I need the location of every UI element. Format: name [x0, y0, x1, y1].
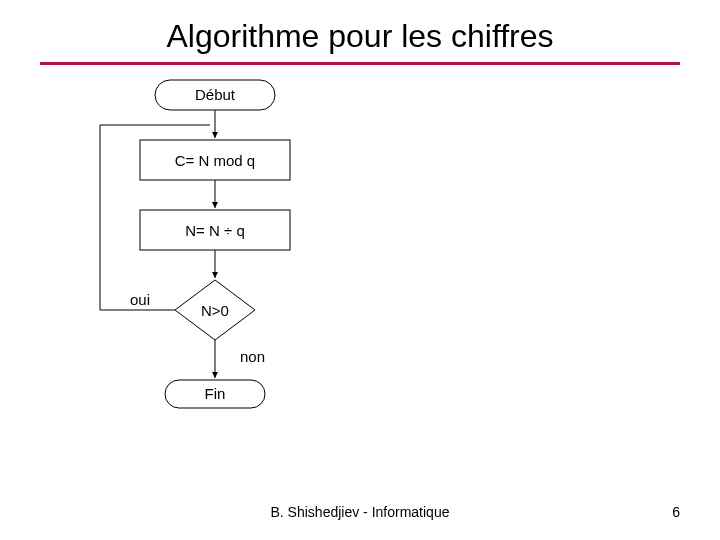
decision-label: N>0: [201, 302, 229, 319]
end-label: Fin: [205, 385, 226, 402]
start-node: Début: [155, 80, 275, 110]
footer-text: B. Shishedjiev - Informatique: [0, 504, 720, 520]
step2-node: N= N ÷ q: [140, 210, 290, 250]
step1-node: C= N mod q: [140, 140, 290, 180]
flowchart: Début C= N mod q N= N ÷ q N>0 oui non Fi…: [0, 0, 720, 540]
step2-label: N= N ÷ q: [185, 222, 245, 239]
step1-label: C= N mod q: [175, 152, 255, 169]
start-label: Début: [195, 86, 236, 103]
branch-yes-label: oui: [130, 291, 150, 308]
end-node: Fin: [165, 380, 265, 408]
decision-node: N>0: [175, 280, 255, 340]
page-number: 6: [672, 504, 680, 520]
branch-no-label: non: [240, 348, 265, 365]
